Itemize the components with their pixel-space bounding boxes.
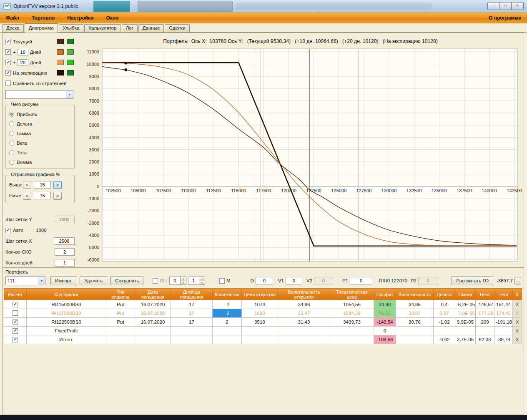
spin-up-button[interactable]: ▲ — [199, 277, 205, 281]
dh-spinner-2-input[interactable] — [188, 277, 199, 285]
p2-input[interactable] — [418, 277, 438, 284]
table-cell[interactable]: FixedProfit — [27, 327, 106, 335]
fill-color-swatch[interactable] — [67, 49, 74, 55]
table-cell[interactable]: -6,2E-05 — [455, 300, 476, 309]
m-checkbox[interactable] — [219, 278, 225, 284]
range-percent-input[interactable] — [34, 192, 51, 199]
decrease-button[interactable]: < — [23, 181, 31, 189]
expiration-checkbox[interactable] — [5, 70, 11, 75]
import-button[interactable]: Импорт — [50, 276, 76, 285]
row-calc-checkbox[interactable] — [4, 309, 27, 318]
table-cell[interactable]: 62,03 — [476, 335, 494, 344]
table-cell[interactable]: 33,07 — [396, 309, 434, 318]
table-cell[interactable]: -7,8E-05 — [455, 309, 476, 318]
row-calc-checkbox[interactable] — [4, 318, 27, 327]
table-cell[interactable]: 30,88 — [374, 300, 396, 309]
fill-color-swatch[interactable] — [67, 70, 74, 75]
table-cell[interactable] — [213, 335, 242, 344]
row-calc-checkbox[interactable] — [4, 327, 27, 335]
portfolio-preset-dropdown[interactable]: 111 ▼ — [5, 277, 45, 285]
range-percent-input[interactable] — [34, 181, 51, 189]
row-calc-checkbox[interactable] — [4, 335, 27, 344]
p1-input[interactable] — [350, 277, 372, 284]
menu-item-Настройки[interactable]: Настройки — [67, 15, 93, 21]
table-cell[interactable] — [135, 327, 171, 335]
menu-item-Файл[interactable]: Файл — [6, 15, 19, 21]
table-cell[interactable] — [171, 327, 213, 335]
table-cell[interactable]: 16.07.2020 — [135, 300, 171, 309]
compare-strategy-checkbox[interactable] — [5, 80, 11, 86]
menu-item-Торговля[interactable]: Торговля — [32, 15, 55, 21]
row-delete-button[interactable]: X — [513, 318, 522, 327]
table-cell[interactable]: Итого: — [27, 335, 106, 344]
plus10-days-input[interactable] — [18, 49, 28, 55]
table-cell[interactable] — [494, 327, 513, 335]
v1-input[interactable] — [286, 277, 302, 284]
table-cell[interactable] — [455, 327, 476, 335]
profit-chart[interactable]: 1100010000900080007000600050004000300020… — [78, 46, 522, 265]
strategy-dropdown[interactable]: ▼ — [5, 90, 73, 99]
more-button[interactable]: ... — [514, 277, 521, 284]
d-input[interactable] — [256, 277, 273, 284]
tab-Сделки[interactable]: Сделки — [165, 24, 189, 32]
table-cell[interactable] — [106, 327, 135, 335]
plus10-checkbox[interactable] — [5, 49, 11, 55]
minimize-button[interactable]: — — [487, 2, 499, 10]
save-button[interactable]: Сохранить — [110, 276, 143, 285]
table-cell[interactable] — [330, 335, 374, 344]
radio-option-Гамма[interactable]: Гамма — [9, 128, 71, 138]
radio-option-Вега[interactable]: Вега — [9, 138, 71, 148]
table-cell[interactable] — [278, 335, 330, 344]
table-cell[interactable]: 30,76 — [396, 318, 434, 327]
fill-color-swatch[interactable] — [67, 60, 74, 65]
spin-down-button[interactable]: ▼ — [180, 281, 186, 285]
table-cell[interactable]: 16.07.2020 — [135, 309, 171, 318]
days-count-input[interactable] — [55, 259, 75, 267]
table-cell[interactable] — [242, 335, 278, 344]
dh-checkbox[interactable] — [153, 278, 158, 284]
line-color-swatch[interactable] — [57, 49, 64, 55]
table-cell[interactable]: 1054,56 — [330, 300, 374, 309]
table-cell[interactable]: 17 — [171, 318, 213, 327]
fill-color-swatch[interactable] — [67, 39, 74, 44]
table-cell[interactable] — [278, 327, 330, 335]
maximize-button[interactable]: □ — [499, 2, 512, 10]
tab-Улыбка[interactable]: Улыбка — [59, 24, 84, 32]
row-calc-checkbox[interactable] — [4, 300, 27, 309]
table-cell[interactable]: 9,9E-05 — [455, 318, 476, 327]
table-cell[interactable]: -177,39 — [476, 309, 494, 318]
table-cell[interactable]: 151,44 — [494, 300, 513, 309]
table-cell[interactable] — [396, 327, 434, 335]
plus20-days-input[interactable] — [18, 59, 28, 66]
table-cell[interactable] — [213, 327, 242, 335]
radio-option-Дельта[interactable]: Дельта — [9, 119, 71, 128]
table-cell[interactable]: 1584,39 — [330, 309, 374, 318]
table-cell[interactable]: -0,62 — [434, 335, 455, 344]
menu-item-about[interactable]: О программе — [489, 15, 521, 21]
auto-checkbox[interactable] — [5, 228, 11, 233]
line-color-swatch[interactable] — [57, 60, 64, 65]
current-checkbox[interactable] — [5, 39, 11, 44]
tab-Данные[interactable]: Данные — [138, 24, 164, 32]
table-cell[interactable]: -109,66 — [374, 335, 396, 344]
plus20-checkbox[interactable] — [5, 60, 11, 65]
table-cell[interactable] — [330, 327, 374, 335]
row-delete-button[interactable]: X — [513, 327, 522, 335]
row-delete-button[interactable]: X — [513, 335, 522, 344]
table-cell[interactable]: 34,65 — [396, 300, 434, 309]
table-cell[interactable]: 3439,73 — [330, 318, 374, 327]
table-cell[interactable] — [434, 327, 455, 335]
table-cell[interactable]: 71,22 — [374, 309, 396, 318]
table-cell[interactable]: 209 — [476, 318, 494, 327]
radio-option-Прибыль[interactable]: Прибыль — [9, 109, 71, 119]
table-cell[interactable]: Put — [106, 318, 135, 327]
table-cell[interactable]: 17 — [171, 300, 213, 309]
table-cell[interactable]: -1,02 — [434, 318, 455, 327]
table-cell[interactable]: -2 — [213, 309, 242, 318]
table-cell[interactable] — [396, 335, 434, 344]
table-cell[interactable]: 1620 — [242, 309, 278, 318]
line-color-swatch[interactable] — [57, 39, 64, 44]
calc-go-button[interactable]: Рассчитать ГО — [452, 276, 493, 285]
tab-Диаграмма[interactable]: Диаграмма — [25, 23, 58, 33]
table-cell[interactable] — [476, 327, 494, 335]
